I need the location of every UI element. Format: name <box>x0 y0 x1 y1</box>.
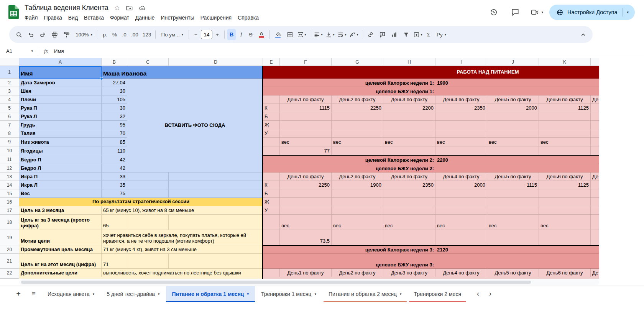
cell-weight-label[interactable]: вес <box>383 138 435 146</box>
row-header-16[interactable]: 16 <box>0 198 19 206</box>
all-sheets-button[interactable]: ≡ <box>26 286 41 302</box>
column-header-F[interactable]: F <box>280 58 332 66</box>
cell-empty[interactable] <box>169 215 263 230</box>
cell-kcal-fact[interactable]: 2250 <box>280 181 332 189</box>
tab-menu-caret-icon[interactable]: ▾ <box>247 292 249 296</box>
cell-row-label-k[interactable]: К <box>263 104 280 112</box>
cell-empty[interactable] <box>383 129 435 138</box>
cell-measurement-label[interactable]: Талия <box>19 129 102 138</box>
cell-weight-label[interactable]: вес <box>487 138 539 146</box>
fill-color-button[interactable] <box>272 29 284 40</box>
tabs-scroll-left-icon[interactable]: ‹ <box>473 286 483 302</box>
cell-empty[interactable] <box>169 172 263 181</box>
cell-measurement-value[interactable]: 42 <box>102 155 127 164</box>
cell-empty[interactable] <box>127 215 169 230</box>
cell-kcal-fact[interactable]: 2200 <box>383 104 435 112</box>
cell-goal-value[interactable]: 65 кг (минус 10), живот на 8 см меньше <box>102 206 263 215</box>
vertical-align-button[interactable]: ▾ <box>324 29 336 40</box>
cell-empty[interactable] <box>169 254 263 269</box>
horizontal-align-button[interactable]: ▾ <box>312 29 324 40</box>
cell-empty[interactable] <box>435 198 487 206</box>
column-header[interactable] <box>591 58 599 66</box>
cell-goal-value[interactable]: 71 кг (минус 4 кг), живот на 3 см меньше <box>102 245 263 254</box>
tab-menu-caret-icon[interactable]: ▾ <box>158 292 160 296</box>
cell-day-header[interactable]: Де <box>591 269 599 277</box>
cell-weight-value[interactable] <box>487 230 539 245</box>
cell-kcal-fact[interactable]: 2350 <box>435 104 487 112</box>
cell-measurement-label[interactable]: Грудь <box>19 121 102 129</box>
cell-weight-value[interactable] <box>591 230 599 245</box>
cell-empty[interactable] <box>280 112 332 121</box>
create-filter-button[interactable] <box>400 29 412 40</box>
cell-day-header[interactable]: День6 по факту <box>539 172 591 181</box>
cell-goal-value[interactable]: выносливость, хочет подниматься по лестн… <box>102 269 263 277</box>
cell-kcal-target-label[interactable]: целевой Калораж недели 1: <box>263 79 435 87</box>
add-sheet-button[interactable]: + <box>11 286 26 302</box>
cell-day-header[interactable]: День4 по факту <box>435 269 487 277</box>
row-header-9[interactable]: 9 <box>0 138 19 146</box>
cell-day-header[interactable]: День1 по факту <box>280 95 332 104</box>
cell-weight-label[interactable]: вес <box>383 215 435 230</box>
cell-empty[interactable] <box>263 269 280 277</box>
text-rotate-button[interactable]: A▾ <box>348 29 360 40</box>
cell-empty[interactable] <box>591 206 599 215</box>
redo-icon[interactable] <box>37 29 48 40</box>
cell-weight-label[interactable]: вес <box>435 138 487 146</box>
menu-tools[interactable]: Инструменты <box>158 13 197 22</box>
cell-empty[interactable] <box>280 129 332 138</box>
cell-empty[interactable] <box>332 189 383 198</box>
cell-weight-value[interactable] <box>539 230 591 245</box>
bold-button[interactable]: B <box>227 29 236 40</box>
cell-weight-value[interactable] <box>435 146 487 155</box>
cell-measurement-label[interactable]: Вес <box>19 189 102 198</box>
cell-empty[interactable] <box>263 230 280 245</box>
paint-format-icon[interactable] <box>61 29 72 40</box>
cell-empty[interactable] <box>539 189 591 198</box>
row-header-8[interactable]: 8 <box>0 129 19 138</box>
cell-partial-row[interactable] <box>19 277 263 279</box>
cell-measurement-value[interactable]: 32 <box>102 112 127 121</box>
cell-empty[interactable] <box>127 181 169 189</box>
formula-input[interactable]: Имя <box>54 48 64 54</box>
sheet-tab-5[interactable]: Питание и обратка 2 месяц▾ <box>322 286 408 302</box>
cell-empty[interactable] <box>539 198 591 206</box>
sheet-tab-1[interactable]: Исходная анкета▾ <box>41 286 100 302</box>
cell-empty[interactable] <box>383 198 435 206</box>
cell-measurement-value[interactable]: 42 <box>102 164 127 172</box>
cell-empty[interactable] <box>332 121 383 129</box>
cell-weight-label[interactable]: вес <box>487 215 539 230</box>
cell-day-header[interactable]: День4 по факту <box>435 95 487 104</box>
cell-kcal-fact[interactable]: 1115 <box>487 181 539 189</box>
cell-kcal-target-value[interactable]: 2120 <box>435 245 487 254</box>
functions-button[interactable]: Σ <box>424 29 433 40</box>
grid-corner[interactable] <box>0 58 19 66</box>
search-icon[interactable] <box>13 29 25 40</box>
cell-day-header[interactable]: День3 по факту <box>383 172 435 181</box>
row-header-10[interactable]: 10 <box>0 146 19 155</box>
cell-row-label-zh[interactable]: Ж <box>263 121 280 129</box>
scrollbar-thumb[interactable] <box>21 281 531 284</box>
row-header-4[interactable]: 4 <box>0 95 19 104</box>
cell-kcal-target-value[interactable]: 2200 <box>435 155 487 164</box>
row-header-20[interactable]: 20 <box>0 245 19 254</box>
cell-empty[interactable] <box>332 129 383 138</box>
column-header-K[interactable]: K <box>539 58 591 66</box>
row-header-13[interactable]: 13 <box>0 172 19 181</box>
cell-empty[interactable] <box>263 172 280 181</box>
cell-measurement-label[interactable]: Рука Л <box>19 112 102 121</box>
row-header-1[interactable]: 1 <box>0 66 19 79</box>
column-header-B[interactable]: B <box>102 58 127 66</box>
cell-weight-value[interactable] <box>591 146 599 155</box>
horizontal-scrollbar[interactable] <box>19 279 599 285</box>
collapse-toolbar-icon[interactable] <box>577 29 589 40</box>
column-header-H[interactable]: H <box>383 58 435 66</box>
cell-empty[interactable] <box>435 112 487 121</box>
cell-empty[interactable] <box>435 189 487 198</box>
cell-weight-label[interactable]: вес <box>539 215 591 230</box>
column-header-C[interactable]: C <box>127 58 169 66</box>
menu-extensions[interactable]: Расширения <box>197 13 235 22</box>
format-percent-button[interactable]: % <box>110 29 119 40</box>
insert-chart-button[interactable] <box>388 29 400 40</box>
menu-view[interactable]: Вид <box>65 13 81 22</box>
cell-kcal-fact[interactable] <box>591 104 599 112</box>
